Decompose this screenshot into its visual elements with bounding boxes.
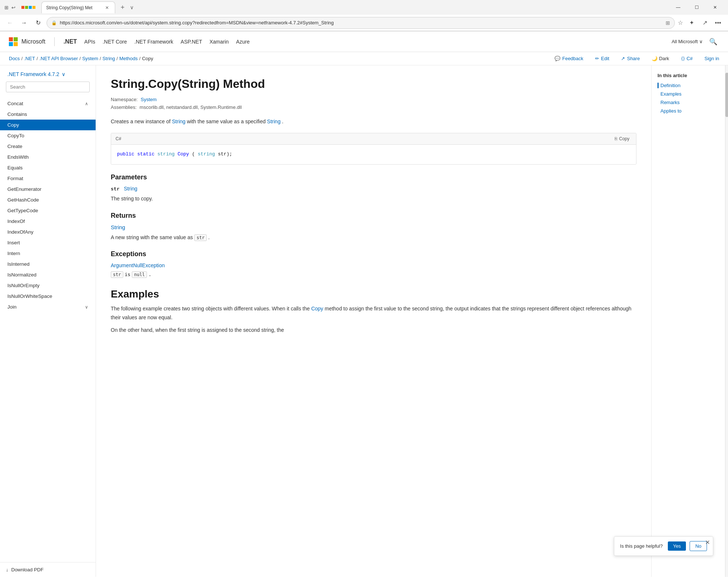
sidebar-item-indexofany[interactable]: IndexOfAny: [0, 227, 96, 237]
sidebar-item-isnullorempty[interactable]: IsNullOrEmpty: [0, 280, 96, 291]
desc-string-link-2[interactable]: String: [267, 118, 281, 124]
address-bar[interactable]: 🔒 https://docs.microsoft.com/en-us/dotne…: [47, 17, 675, 29]
all-microsoft-button[interactable]: All Microsoft ∨: [672, 39, 703, 44]
ms-logo[interactable]: Microsoft: [9, 37, 45, 46]
desc-string-link-1[interactable]: String: [172, 118, 186, 124]
sidebar-item-gettypecode[interactable]: GetTypeCode: [0, 205, 96, 216]
scrollbar-thumb[interactable]: [725, 73, 728, 117]
namespace-value[interactable]: System: [141, 97, 157, 102]
close-button[interactable]: ✕: [707, 2, 724, 13]
expand-icon-join: ∨: [85, 305, 88, 310]
toc-item-remarks[interactable]: Remarks: [657, 100, 719, 105]
exception-code-1: str: [111, 271, 123, 278]
new-tab-button[interactable]: +: [117, 2, 128, 13]
tab-chevron[interactable]: ∨: [130, 4, 134, 10]
breadcrumb-methods[interactable]: Methods: [119, 56, 138, 61]
dark-mode-toggle[interactable]: 🌙 Dark: [652, 56, 669, 61]
breadcrumb-docs[interactable]: Docs: [9, 56, 20, 61]
refresh-button[interactable]: ↻: [32, 17, 44, 28]
sidebar-item-contains[interactable]: Contains: [0, 109, 96, 120]
download-pdf-button[interactable]: ↓ Download PDF: [6, 567, 90, 572]
code-block-header: C# ⎘ Copy: [111, 133, 636, 145]
feedback-button[interactable]: 💬 Feedback: [554, 56, 583, 61]
code-keyword-public: public: [117, 151, 134, 157]
helpful-close-button[interactable]: ✕: [705, 539, 710, 546]
examples-copy-link[interactable]: Copy: [311, 306, 323, 312]
sidebar-item-isnormalized[interactable]: IsNormalized: [0, 269, 96, 280]
sidebar-item-concat[interactable]: Concat ∧: [0, 98, 96, 109]
sidebar-item-copyto[interactable]: CopyTo: [0, 130, 96, 141]
sidebar-item-label: Join: [7, 304, 17, 310]
restore-button[interactable]: ☐: [688, 2, 705, 13]
breadcrumb-sep-3: /: [79, 56, 81, 61]
sidebar-item-insert[interactable]: Insert: [0, 237, 96, 248]
code-keyword-static: static: [137, 151, 155, 157]
nav-net-framework[interactable]: .NET Framework: [134, 39, 174, 45]
nav-apis[interactable]: APIs: [84, 39, 95, 45]
back-button[interactable]: ←: [4, 17, 16, 28]
tab-close-button[interactable]: ✕: [104, 4, 110, 11]
browser-tab[interactable]: String.Copy(String) Met ✕: [41, 1, 115, 13]
right-scrollbar[interactable]: [725, 65, 728, 577]
sidebar-item-join[interactable]: Join ∨: [0, 302, 96, 312]
code-lang-selector[interactable]: ⟨⟩ C#: [681, 56, 693, 61]
version-selector[interactable]: .NET Framework 4.7.2 ∨: [6, 71, 90, 82]
feedback-icon: 💬: [554, 56, 560, 61]
sidebar-item-intern[interactable]: Intern: [0, 248, 96, 259]
breadcrumb-api-browser[interactable]: .NET API Browser: [40, 56, 78, 61]
nav-net[interactable]: .NET: [63, 38, 77, 45]
exception-type-link[interactable]: ArgumentNullException: [111, 262, 636, 268]
sidebar-item-label: Contains: [7, 111, 27, 117]
toc-item-applies-to[interactable]: Applies to: [657, 108, 719, 114]
assemblies-value: mscorlib.dll, netstandard.dll, System.Ru…: [140, 104, 242, 110]
browser-icon-1[interactable]: ⊞: [4, 5, 8, 10]
description: Creates a new instance of String with th…: [111, 117, 636, 125]
share-button[interactable]: ↗: [699, 17, 710, 28]
site-search-button[interactable]: 🔍: [707, 36, 719, 48]
sidebar-item-copy[interactable]: Copy: [0, 120, 96, 130]
sidebar-search-input[interactable]: [6, 82, 90, 92]
nav-asp-net[interactable]: ASP.NET: [181, 39, 202, 45]
sidebar-item-endswith[interactable]: EndsWith: [0, 152, 96, 162]
download-pdf-label: Download PDF: [11, 567, 44, 572]
copy-icon: ⎘: [615, 136, 617, 141]
sidebar-item-format[interactable]: Format: [0, 173, 96, 184]
exception-op: is: [125, 272, 131, 277]
browser-icon-2[interactable]: ↩: [11, 5, 16, 10]
sidebar-item-indexof[interactable]: IndexOf: [0, 216, 96, 227]
nav-xamarin[interactable]: Xamarin: [209, 39, 229, 45]
collections-button[interactable]: ✦: [686, 17, 697, 28]
returns-description: A new string with the same value as str …: [111, 233, 636, 241]
sidebar-item-isnullorwhitespace[interactable]: IsNullOrWhiteSpace: [0, 291, 96, 302]
breadcrumb-system[interactable]: System: [82, 56, 98, 61]
sidebar-item-create[interactable]: Create: [0, 141, 96, 152]
return-type-link[interactable]: String: [111, 224, 636, 230]
breadcrumb-net[interactable]: .NET: [24, 56, 35, 61]
helpful-yes-button[interactable]: Yes: [668, 541, 686, 551]
browser-menu-button[interactable]: •••: [712, 17, 724, 28]
share-button[interactable]: ↗ Share: [621, 56, 640, 61]
assemblies-row: Assemblies: mscorlib.dll, netstandard.dl…: [111, 104, 636, 110]
nav-net-core[interactable]: .NET Core: [103, 39, 127, 45]
sidebar-item-label: Intern: [7, 251, 20, 256]
ms-logo-squares: [9, 37, 18, 46]
breadcrumb-string[interactable]: String: [103, 56, 115, 61]
code-copy-button[interactable]: ⎘ Copy: [612, 135, 632, 142]
signin-button[interactable]: Sign in: [704, 56, 719, 61]
forward-button[interactable]: →: [18, 17, 30, 28]
sidebar-item-isinterned[interactable]: IsInterned: [0, 259, 96, 269]
nav-azure[interactable]: Azure: [236, 39, 250, 45]
sidebar-item-equals[interactable]: Equals: [0, 162, 96, 173]
copy-label: Copy: [619, 136, 629, 141]
favorites-icon[interactable]: ☆: [678, 19, 683, 26]
minimize-button[interactable]: —: [670, 2, 687, 13]
lock-icon: 🔒: [51, 20, 57, 25]
code-method-name: Copy: [178, 151, 189, 157]
sidebar-item-gethashcode[interactable]: GetHashCode: [0, 195, 96, 205]
toc-item-examples[interactable]: Examples: [657, 91, 719, 97]
helpful-no-button[interactable]: No: [690, 541, 707, 551]
toc-item-definition[interactable]: Definition: [657, 83, 719, 88]
param-type-link[interactable]: String: [124, 186, 137, 192]
edit-button[interactable]: ✏ Edit: [595, 56, 609, 61]
sidebar-item-getenumerator[interactable]: GetEnumerator: [0, 184, 96, 195]
